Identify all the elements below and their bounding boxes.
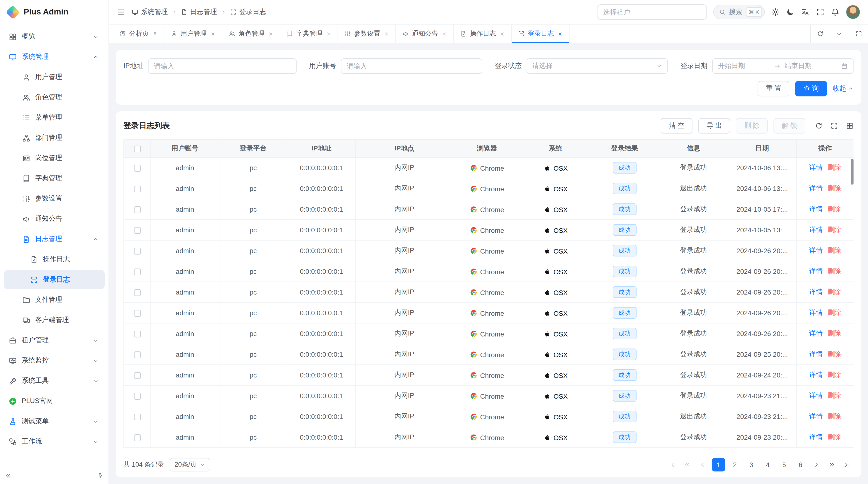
row-checkbox[interactable] <box>134 206 141 213</box>
sidebar-item-post[interactable]: 岗位管理 <box>4 149 105 168</box>
row-checkbox[interactable] <box>134 227 141 234</box>
row-checkbox[interactable] <box>134 331 141 337</box>
export-button[interactable]: 导 出 <box>699 118 730 133</box>
global-search-button[interactable]: 搜索 ⌘ K <box>713 5 765 19</box>
close-icon[interactable] <box>326 31 331 36</box>
close-icon[interactable] <box>268 31 273 36</box>
list-fullscreen-icon[interactable] <box>830 122 838 130</box>
page-button-5[interactable]: 5 <box>777 458 791 472</box>
query-button[interactable]: 查 询 <box>795 81 827 96</box>
settings-gear-icon[interactable] <box>771 8 780 17</box>
detail-link[interactable]: 详情 <box>809 288 823 295</box>
notifications-bell-icon[interactable] <box>831 8 840 17</box>
sidebar-item-notice[interactable]: 通知公告 <box>4 209 105 228</box>
language-translate-icon[interactable] <box>801 8 810 17</box>
fullscreen-icon[interactable] <box>816 8 825 17</box>
account-input[interactable] <box>341 58 482 74</box>
sidebar-item-plus-site[interactable]: PLUS官网 <box>4 391 105 411</box>
delete-link[interactable]: 删除 <box>828 184 841 192</box>
close-icon[interactable] <box>499 31 505 36</box>
tab-notice[interactable]: 通知公告 <box>396 25 454 43</box>
breadcrumb-item-2[interactable]: 日志管理 <box>181 8 217 17</box>
ip-input[interactable] <box>148 58 297 74</box>
date-range-picker[interactable]: 开始日期 结束日期 <box>712 58 854 74</box>
tabs-refresh-button[interactable] <box>810 25 830 43</box>
row-checkbox[interactable] <box>134 414 141 420</box>
first-page-button[interactable] <box>665 458 678 471</box>
row-checkbox[interactable] <box>134 268 141 275</box>
close-icon[interactable] <box>210 31 215 36</box>
sidebar-item-menu[interactable]: 菜单管理 <box>4 108 105 127</box>
breadcrumb-item-3[interactable]: 登录日志 <box>230 8 266 17</box>
user-avatar[interactable] <box>846 5 860 19</box>
sidebar-item-tenant[interactable]: 租户管理 <box>4 331 105 350</box>
detail-link[interactable]: 详情 <box>809 309 823 316</box>
delete-link[interactable]: 删除 <box>828 288 841 295</box>
page-button-3[interactable]: 3 <box>745 458 758 472</box>
select-all-checkbox[interactable] <box>134 146 141 152</box>
detail-link[interactable]: 详情 <box>809 267 823 275</box>
row-checkbox[interactable] <box>134 351 141 358</box>
detail-link[interactable]: 详情 <box>809 433 823 441</box>
detail-link[interactable]: 详情 <box>809 412 823 420</box>
delete-link[interactable]: 删除 <box>828 371 841 379</box>
close-icon[interactable] <box>441 31 447 36</box>
sidebar-item-file[interactable]: 文件管理 <box>4 290 105 310</box>
last-page-button[interactable] <box>841 458 854 471</box>
tab-role[interactable]: 角色管理 <box>222 25 280 43</box>
sidebar-item-workflow[interactable]: 工作流 <box>4 432 105 451</box>
sidebar-item-user[interactable]: 用户管理 <box>4 67 105 87</box>
sidebar-item-test[interactable]: 测试菜单 <box>4 412 105 431</box>
jump-back-button[interactable] <box>681 458 693 471</box>
sidebar-item-param[interactable]: 参数设置 <box>4 189 105 208</box>
delete-link[interactable]: 删除 <box>828 163 841 171</box>
pin-sidebar-icon[interactable] <box>97 472 104 479</box>
delete-link[interactable]: 删除 <box>828 205 841 213</box>
delete-link[interactable]: 删除 <box>828 391 841 399</box>
sidebar-item-role[interactable]: 角色管理 <box>4 88 105 107</box>
detail-link[interactable]: 详情 <box>809 184 823 192</box>
delete-link[interactable]: 删除 <box>828 350 841 358</box>
list-refresh-icon[interactable] <box>815 122 823 130</box>
delete-link[interactable]: 删除 <box>828 246 841 254</box>
row-checkbox[interactable] <box>134 434 141 441</box>
sidebar-item-operation-log[interactable]: 操作日志 <box>4 250 105 269</box>
tab-login-log[interactable]: 登录日志 <box>512 25 569 43</box>
reset-button[interactable]: 重 置 <box>757 81 789 96</box>
sidebar-item-dept[interactable]: 部门管理 <box>4 128 105 148</box>
row-checkbox[interactable] <box>134 310 141 317</box>
tenant-select-input[interactable] <box>597 4 707 20</box>
detail-link[interactable]: 详情 <box>809 163 823 171</box>
row-checkbox[interactable] <box>134 186 141 192</box>
delete-link[interactable]: 删除 <box>828 267 841 275</box>
detail-link[interactable]: 详情 <box>809 391 823 399</box>
page-size-select[interactable]: 20条/页 <box>170 458 210 472</box>
hamburger-icon[interactable] <box>117 8 125 17</box>
tabs-menu-button[interactable] <box>830 25 849 43</box>
detail-link[interactable]: 详情 <box>809 329 823 337</box>
close-icon[interactable] <box>383 31 389 36</box>
tab-user[interactable]: 用户管理 <box>164 25 222 43</box>
sidebar-item-monitor[interactable]: 系统监控 <box>4 351 105 370</box>
delete-link[interactable]: 删除 <box>828 329 841 337</box>
detail-link[interactable]: 详情 <box>809 246 823 254</box>
sidebar-item-login-log[interactable]: 登录日志 <box>4 270 105 289</box>
sidebar-item-overview[interactable]: 概览 <box>4 27 105 46</box>
content-fullscreen-button[interactable] <box>849 25 868 43</box>
tab-dict[interactable]: 字典管理 <box>280 25 338 43</box>
sidebar-item-client[interactable]: 客户端管理 <box>4 311 105 330</box>
pin-icon[interactable] <box>152 31 157 36</box>
delete-link[interactable]: 删除 <box>828 433 841 441</box>
row-checkbox[interactable] <box>134 165 141 172</box>
sidebar-item-dict[interactable]: 字典管理 <box>4 169 105 188</box>
table-scrollbar-thumb[interactable] <box>850 159 854 185</box>
status-select[interactable]: 请选择 <box>527 58 668 74</box>
page-button-6[interactable]: 6 <box>794 458 807 472</box>
close-icon[interactable] <box>557 31 562 36</box>
row-checkbox[interactable] <box>134 393 141 400</box>
column-settings-icon[interactable] <box>846 122 854 130</box>
sidebar-item-log[interactable]: 日志管理 <box>4 229 105 249</box>
row-checkbox[interactable] <box>134 248 141 255</box>
next-page-button[interactable] <box>810 458 823 471</box>
detail-link[interactable]: 详情 <box>809 205 823 213</box>
